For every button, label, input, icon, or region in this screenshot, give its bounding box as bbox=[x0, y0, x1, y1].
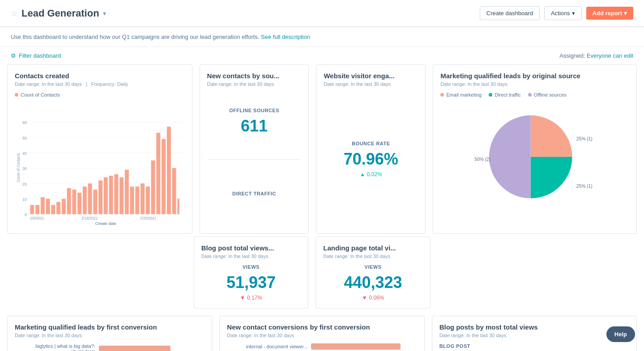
actions-button[interactable]: Actions ▾ bbox=[544, 6, 582, 20]
spacer2 bbox=[438, 237, 637, 309]
landing-views-label: VIEWS bbox=[365, 264, 382, 270]
svg-rect-37 bbox=[146, 186, 150, 214]
conv-label-1: internal - document viewer... bbox=[227, 344, 307, 349]
pie-chart: 25% (1) 25% (1) 50% (2) bbox=[472, 103, 597, 219]
landing-down-arrow: ▼ bbox=[362, 295, 367, 301]
blog-views-section: VIEWS 51,937 ▼ 0.17% bbox=[201, 264, 301, 301]
website-visitor-title: Website visitor enga... bbox=[324, 72, 418, 80]
mql-conversion-meta: Date range: In the last 30 days bbox=[15, 333, 205, 338]
bar-row-1: biglytics | what is big data?:ebook form bbox=[15, 343, 205, 351]
row-2: Marketing qualified leads by first conve… bbox=[7, 316, 637, 351]
contacts-created-meta: Date range: In the last 30 days | Freque… bbox=[15, 81, 185, 87]
header: ☆ Lead Generation ▾ Create dashboard Act… bbox=[0, 0, 644, 27]
filter-bar: ⚙ Filter dashboard Assigned: Everyone ca… bbox=[0, 47, 644, 64]
star-icon[interactable]: ☆ bbox=[11, 8, 18, 18]
svg-rect-26 bbox=[88, 183, 92, 214]
svg-text:40: 40 bbox=[22, 151, 27, 156]
svg-rect-34 bbox=[130, 186, 134, 214]
email-label: Email marketing bbox=[446, 92, 482, 97]
svg-rect-30 bbox=[109, 176, 113, 214]
bounce-rate-section: BOUNCE RATE 70.96% ▲ 0.02% bbox=[324, 92, 418, 226]
mql-conversion-card: Marketing qualified leads by first conve… bbox=[7, 316, 212, 351]
contact-conversions-card: New contact conversions by first convers… bbox=[219, 316, 424, 351]
mql-source-card: Marketing qualified leads by original so… bbox=[433, 64, 637, 234]
svg-rect-42 bbox=[172, 168, 176, 214]
contacts-created-title: Contacts created bbox=[15, 72, 185, 80]
svg-text:Count of Contacts: Count of Contacts bbox=[17, 153, 21, 182]
svg-text:2/6/2021: 2/6/2021 bbox=[30, 216, 44, 220]
svg-rect-35 bbox=[135, 186, 139, 214]
new-contacts-card: New contacts by sou... Date range: In th… bbox=[200, 64, 309, 234]
filter-icon: ⚙ bbox=[11, 52, 16, 59]
svg-text:20: 20 bbox=[22, 182, 27, 186]
offline-label: OFFLINE SOURCES bbox=[229, 108, 279, 113]
assigned-label: Assigned: bbox=[559, 52, 585, 59]
create-dashboard-button[interactable]: Create dashboard bbox=[480, 6, 540, 20]
add-report-button[interactable]: Add report ▾ bbox=[586, 7, 633, 20]
page-title: Lead Generation bbox=[21, 8, 99, 19]
legend-email: Email marketing bbox=[440, 92, 482, 97]
blog-views-card: Blog post total views... Date range: In … bbox=[194, 237, 309, 309]
contacts-legend: Count of Contacts bbox=[15, 92, 185, 97]
views-change: ▼ 0.17% bbox=[240, 295, 262, 301]
chevron-down-icon[interactable]: ▾ bbox=[103, 10, 106, 17]
bounce-label: BOUNCE RATE bbox=[352, 141, 390, 146]
mql-source-title: Marketing qualified leads by original so… bbox=[440, 72, 629, 80]
offline-sources-section: OFFLINE SOURCES 611 bbox=[207, 92, 302, 154]
conv-bar-row-1: internal - document viewer... bbox=[227, 343, 417, 350]
svg-rect-41 bbox=[167, 127, 171, 214]
landing-views-section: VIEWS 440,323 ▼ 0.06% bbox=[323, 264, 423, 301]
legend-dot bbox=[15, 93, 18, 97]
svg-rect-25 bbox=[83, 186, 87, 214]
conversions-bar-chart: internal - document viewer... comparison… bbox=[227, 343, 417, 351]
svg-rect-19 bbox=[51, 205, 55, 214]
see-full-description-link[interactable]: See full description bbox=[261, 34, 310, 40]
svg-rect-17 bbox=[41, 197, 45, 214]
bounce-value: 70.96% bbox=[344, 150, 398, 169]
row-1b: Blog post total views... Date range: In … bbox=[7, 237, 637, 309]
svg-rect-43 bbox=[177, 199, 179, 214]
offline-dot bbox=[528, 93, 532, 97]
views-label: VIEWS bbox=[243, 264, 260, 270]
svg-text:10: 10 bbox=[22, 197, 27, 202]
website-visitor-meta: Date range: In the last 30 days bbox=[324, 81, 418, 87]
filter-label: Filter dashboard bbox=[19, 52, 61, 59]
mql-bar-chart: biglytics | what is big data?:ebook form… bbox=[15, 343, 205, 351]
new-contacts-meta: Date range: In the last 30 days bbox=[207, 81, 302, 87]
website-visitor-card: Website visitor enga... Date range: In t… bbox=[316, 64, 426, 234]
assigned-value[interactable]: Everyone can edit bbox=[587, 52, 633, 59]
filter-dashboard-button[interactable]: ⚙ Filter dashboard bbox=[11, 52, 61, 59]
landing-views-value: 440,323 bbox=[344, 273, 402, 292]
landing-views-meta: Date range: In the last 30 days bbox=[323, 254, 423, 259]
landing-views-title: Landing page total vi... bbox=[323, 244, 423, 252]
svg-rect-20 bbox=[56, 202, 60, 214]
contact-conversions-title: New contact conversions by first convers… bbox=[227, 323, 417, 331]
bar-chart-svg: 0 10 20 30 40 50 60 Count of Contacts bbox=[15, 101, 185, 226]
contact-conversions-meta: Date range: In the last 30 days bbox=[227, 333, 417, 338]
help-button[interactable]: Help bbox=[606, 326, 635, 342]
legend-direct: Direct traffic bbox=[489, 92, 520, 97]
pie-container: 25% (1) 25% (1) 50% (2) bbox=[440, 103, 629, 219]
legend-offline: Offline sources bbox=[528, 92, 567, 97]
direct-traffic-section: DIRECT TRAFFIC bbox=[207, 165, 302, 227]
pie-legend: Email marketing Direct traffic Offline s… bbox=[440, 92, 629, 97]
mql-source-meta: Date range: In the last 30 days bbox=[440, 81, 629, 87]
contacts-created-card: Contacts created Date range: In the last… bbox=[7, 64, 192, 234]
svg-text:2/26/2021: 2/26/2021 bbox=[140, 216, 157, 220]
svg-rect-33 bbox=[125, 170, 129, 214]
svg-text:25% (1): 25% (1) bbox=[576, 184, 593, 189]
header-left: ☆ Lead Generation ▾ bbox=[11, 8, 106, 19]
blog-views-meta: Date range: In the last 30 days bbox=[201, 254, 301, 259]
svg-rect-24 bbox=[77, 193, 81, 214]
down-arrow-icon: ▼ bbox=[240, 295, 245, 301]
direct-dot bbox=[489, 93, 492, 97]
direct-label: Direct traffic bbox=[495, 92, 520, 97]
description-text: Use this dashboard to understand how our… bbox=[11, 34, 259, 40]
svg-text:30: 30 bbox=[22, 166, 27, 171]
new-contacts-title: New contacts by sou... bbox=[207, 72, 302, 80]
svg-text:50: 50 bbox=[22, 136, 27, 140]
svg-rect-31 bbox=[114, 174, 118, 214]
bar-label-1: biglytics | what is big data?:ebook form bbox=[15, 343, 95, 351]
email-dot bbox=[440, 93, 444, 97]
bounce-change: ▲ 0.02% bbox=[360, 171, 382, 178]
